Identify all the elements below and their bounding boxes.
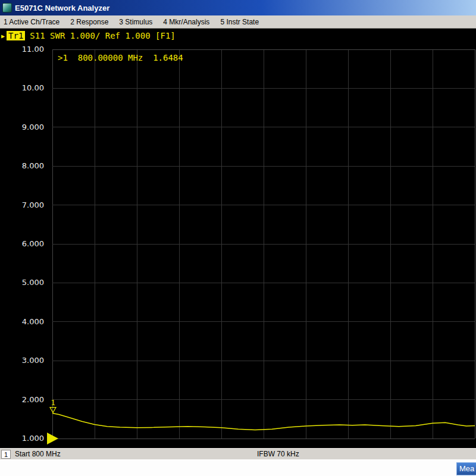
trace1-label[interactable]: Tr1 [7,31,25,40]
trace1-format-info: S11 SWR 1.000/ Ref 1.000 [F1] [30,31,175,40]
active-trace-arrow-icon: ▶ [1,33,5,39]
y-axis-label: 1.000 [0,433,44,444]
y-axis-label: 8.000 [0,161,44,171]
marker1-readout: >1 800.00000 MHz 1.6484 [58,53,183,62]
display-area: ▶ Tr1 S11 SWR 1.000/ Ref 1.000 [F1] 11.0… [0,29,476,448]
menu-bar: 1 Active Ch/Trace 2 Response 3 Stimulus … [0,15,476,29]
meas-softkey-button[interactable]: Mea [456,462,476,475]
y-axis-label: 5.000 [0,277,44,288]
app-icon [2,3,12,12]
y-axis-scale: 11.0010.009.0008.0007.0006.0005.0004.000… [0,49,49,439]
y-axis-label: 9.000 [0,122,44,133]
ifbw-label: IFBW 70 kHz [257,450,299,458]
y-axis-label: 6.000 [0,239,44,249]
y-axis-label: 4.000 [0,317,44,327]
window-title: E5071C Network Analyzer [15,4,109,12]
swr-plot: 1 [52,49,475,439]
bottom-strip: Mea [0,459,476,476]
plot-area[interactable]: 1 >1 800.00000 MHz 1.6484 [52,49,475,439]
menu-active-ch-trace[interactable]: 1 Active Ch/Trace [4,18,60,26]
trace-status-bar: ▶ Tr1 S11 SWR 1.000/ Ref 1.000 [F1] [1,31,176,40]
vna-screen: E5071C Network Analyzer 1 Active Ch/Trac… [0,0,476,476]
y-axis-label: 11.00 [0,44,44,55]
menu-stimulus[interactable]: 3 Stimulus [119,18,152,26]
status-bar: 1 Start 800 MHz IFBW 70 kHz [0,448,476,459]
y-axis-label: 7.000 [0,200,44,211]
y-axis-label: 10.00 [0,83,44,93]
svg-text:1: 1 [51,399,55,407]
y-axis-label: 3.000 [0,355,44,366]
start-frequency-label: Start 800 MHz [15,450,61,458]
menu-instr-state[interactable]: 5 Instr State [220,18,259,26]
window-titlebar[interactable]: E5071C Network Analyzer [0,0,476,15]
menu-response[interactable]: 2 Response [70,18,108,26]
menu-mkr-analysis[interactable]: 4 Mkr/Analysis [163,18,209,26]
channel-number-badge: 1 [1,450,11,459]
y-axis-label: 2.000 [0,394,44,405]
